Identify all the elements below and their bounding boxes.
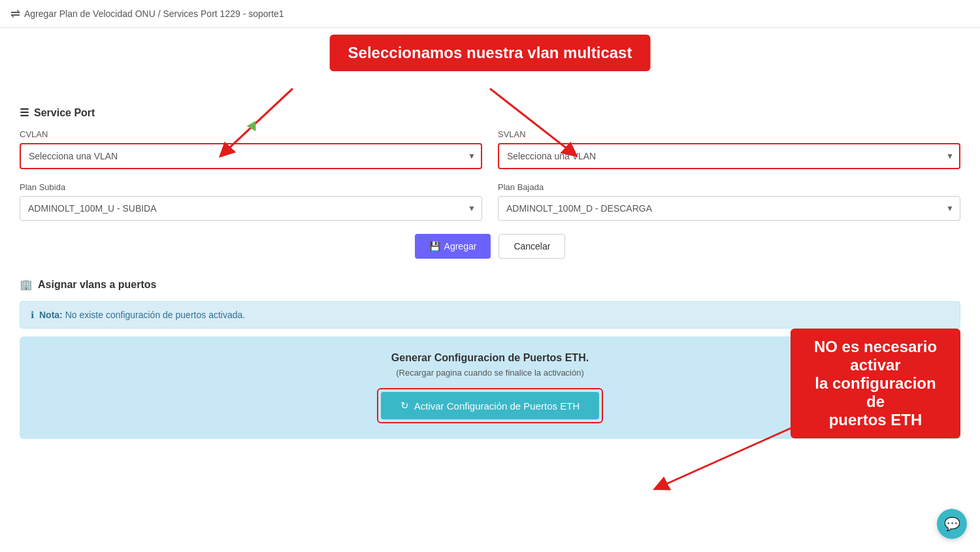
plan-subida-label: Plan Subida <box>20 182 482 192</box>
cvlan-group: CVLAN Selecciona una VLAN ▼ <box>20 129 482 169</box>
action-buttons: 💾 Agregar Cancelar <box>20 234 960 259</box>
note-text: No existe configuración de puertos activ… <box>65 310 246 320</box>
chat-icon: 💬 <box>944 516 960 532</box>
service-port-icon: ☰ <box>20 106 29 119</box>
callout-right: NO es necesario activar la configuracion… <box>791 329 960 438</box>
cvlan-dropdown[interactable]: Selecciona una VLAN ▼ <box>20 143 482 169</box>
refresh-icon: ↻ <box>400 400 409 412</box>
plan-subida-select[interactable]: ADMINOLT_100M_U - SUBIDA <box>20 196 482 221</box>
svlan-group: SVLAN Selecciona una VLAN ▼ <box>498 129 960 169</box>
activar-button-wrapper: ↻ Activar Configuración de Puertos ETH <box>377 388 603 423</box>
cvlan-select[interactable]: Selecciona una VLAN <box>20 143 482 169</box>
plan-bajada-dropdown[interactable]: ADMINOLT_100M_D - DESCARGA ▼ <box>498 196 960 221</box>
asignar-vlans-icon: 🏢 <box>20 278 33 291</box>
cvlan-svlan-row: CVLAN Selecciona una VLAN ▼ SVLAN Selecc… <box>20 129 960 169</box>
callout-top-text: Seleccionamos nuestra vlan multicast <box>330 35 651 71</box>
activar-button[interactable]: ↻ Activar Configuración de Puertos ETH <box>381 392 599 419</box>
plan-bajada-select[interactable]: ADMINOLT_100M_D - DESCARGA <box>498 196 960 221</box>
svlan-select[interactable]: Selecciona una VLAN <box>498 143 960 169</box>
agregar-button[interactable]: 💾 Agregar <box>415 234 491 259</box>
asignar-vlans-title: 🏢 Asignar vlans a puertos <box>20 278 960 291</box>
callout-right-text: NO es necesario activar la configuracion… <box>791 329 960 438</box>
plan-subida-group: Plan Subida ADMINOLT_100M_U - SUBIDA ▼ <box>20 182 482 221</box>
service-port-title: ☰ Service Port <box>20 106 960 119</box>
chat-bubble[interactable]: 💬 <box>937 509 967 538</box>
plan-row: Plan Subida ADMINOLT_100M_U - SUBIDA ▼ P… <box>20 182 960 221</box>
breadcrumb: Agregar Plan de Velocidad ONU / Services… <box>24 8 284 19</box>
plan-bajada-group: Plan Bajada ADMINOLT_100M_D - DESCARGA ▼ <box>498 182 960 221</box>
note-box: ℹ Nota: No existe configuración de puert… <box>20 301 960 329</box>
wifi-icon: ⇌ <box>10 7 20 21</box>
save-icon: 💾 <box>429 241 440 252</box>
main-content: Seleccionamos nuestra vlan multicast NO … <box>0 28 980 538</box>
plan-bajada-label: Plan Bajada <box>498 182 960 192</box>
callout-top: Seleccionamos nuestra vlan multicast <box>330 35 651 71</box>
service-port-section: ☰ Service Port CVLAN Selecciona una VLAN… <box>20 106 960 259</box>
note-label: Nota: <box>39 310 63 320</box>
cancelar-button[interactable]: Cancelar <box>498 234 565 259</box>
svlan-label: SVLAN <box>498 129 960 139</box>
info-icon: ℹ <box>31 310 34 320</box>
header: ⇌ Agregar Plan de Velocidad ONU / Servic… <box>0 0 980 28</box>
plan-subida-dropdown[interactable]: ADMINOLT_100M_U - SUBIDA ▼ <box>20 196 482 221</box>
svlan-dropdown[interactable]: Selecciona una VLAN ▼ <box>498 143 960 169</box>
